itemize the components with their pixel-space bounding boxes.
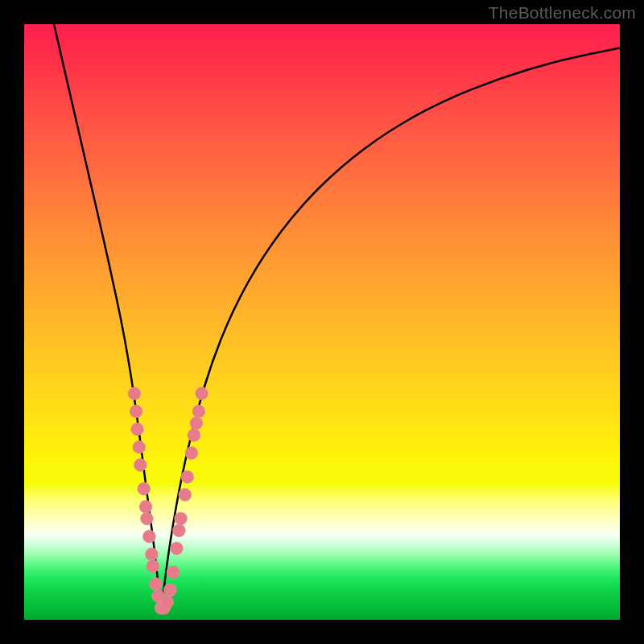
- scatter-point: [131, 423, 144, 436]
- scatter-point: [163, 584, 176, 597]
- watermark-label: TheBottleneck.com: [489, 3, 636, 23]
- scatter-point: [134, 459, 147, 472]
- chart-svg: [24, 24, 620, 620]
- scatter-point: [130, 405, 142, 418]
- scatter-point: [147, 559, 159, 572]
- scatter-point: [188, 429, 200, 442]
- scatter-point: [139, 500, 152, 513]
- scatter-point: [185, 447, 198, 460]
- scatter-point: [190, 417, 203, 430]
- scatter-point: [161, 596, 174, 609]
- bottleneck-curve-line: [54, 24, 620, 600]
- scatter-point: [140, 512, 153, 525]
- scatter-point: [175, 512, 188, 525]
- plot-area: [24, 24, 620, 620]
- scatter-point: [145, 548, 158, 561]
- scatter-point: [133, 440, 146, 453]
- scatter-point: [192, 405, 205, 418]
- scatter-point: [142, 530, 155, 543]
- scatter-point: [128, 387, 141, 400]
- scatter-point: [138, 482, 151, 495]
- scatter-point: [179, 489, 192, 502]
- scatter-point: [150, 578, 163, 591]
- scatter-point: [196, 387, 208, 400]
- scatter-group: [128, 387, 208, 614]
- scatter-point: [181, 470, 194, 483]
- chart-frame: TheBottleneck.com: [0, 0, 644, 644]
- scatter-point: [167, 566, 180, 579]
- scatter-point: [172, 524, 185, 537]
- scatter-point: [170, 542, 183, 555]
